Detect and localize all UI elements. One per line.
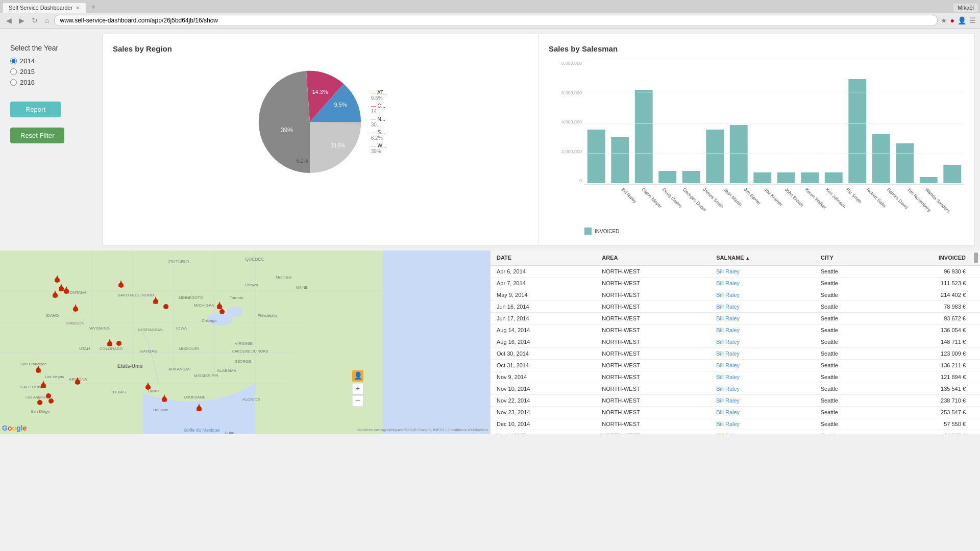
x-label-sandra-davis: Sandra Davis — [886, 187, 910, 210]
cell-salname[interactable]: Bill Raley — [710, 301, 814, 313]
col-salname[interactable]: SALNAME — [710, 251, 814, 265]
col-city[interactable]: CITY — [815, 251, 883, 265]
home-button[interactable]: ⌂ — [43, 15, 51, 26]
table-row: Nov 9, 2014 NORTH-WEST Bill Raley Seattl… — [491, 371, 980, 383]
year-2015-radio[interactable] — [10, 68, 17, 75]
pie-segment-west2[interactable] — [259, 71, 310, 173]
cell-salname[interactable]: Bill Raley — [710, 360, 814, 371]
cell-area: NORTH-WEST — [596, 289, 710, 301]
cell-invoiced: 94 030 € — [882, 430, 972, 435]
bar-karen-walker[interactable] — [801, 172, 819, 183]
year-2015-option[interactable]: 2015 — [10, 68, 92, 76]
year-2016-option[interactable]: 2016 — [10, 79, 92, 86]
bar-bill-raley[interactable] — [587, 130, 605, 183]
cell-salname[interactable]: Bill Raley — [710, 418, 814, 430]
cell-salname[interactable]: Bill Raley — [710, 289, 814, 301]
col-date[interactable]: DATE — [491, 251, 596, 265]
cell-salname[interactable]: Bill Raley — [710, 336, 814, 348]
tab-close-button[interactable]: ✕ — [76, 5, 80, 11]
bar-robert-salta[interactable] — [872, 134, 890, 183]
table-row: May 9, 2014 NORTH-WEST Bill Raley Seattl… — [491, 289, 980, 301]
cell-scroll-space — [972, 289, 980, 301]
bar-joe-kramer[interactable] — [753, 172, 771, 183]
map-pin-17[interactable] — [48, 398, 54, 404]
bar-y-axis: 0 2,000,000 4,000,000 6,000,000 8,000,00… — [554, 61, 584, 183]
col-area[interactable]: AREA — [596, 251, 710, 265]
forward-button[interactable]: ▶ — [17, 15, 27, 26]
bar-jean-martin[interactable] — [706, 130, 724, 183]
cell-salname[interactable]: Bill Raley — [710, 348, 814, 360]
y-label-4m: 4,000,000 — [554, 119, 582, 124]
cell-salname[interactable]: Bill Raley — [710, 313, 814, 324]
bar-tim-rosenberg[interactable] — [920, 177, 938, 183]
cell-area: NORTH-WEST — [596, 324, 710, 336]
bar-doug-castro[interactable] — [635, 90, 653, 183]
bar-james-smith[interactable] — [682, 171, 700, 183]
pie-legend-at: — AT... 9.5% — [371, 90, 387, 101]
map-pin-11[interactable] — [116, 341, 121, 346]
cell-salname[interactable]: Bill Raley — [710, 278, 814, 289]
cell-salname[interactable]: Bill Raley — [710, 383, 814, 395]
svg-text:Toronto: Toronto — [230, 295, 243, 300]
address-bar[interactable] — [54, 15, 937, 26]
back-button[interactable]: ◀ — [4, 15, 14, 26]
cell-salname[interactable]: Bill Raley — [710, 430, 814, 435]
svg-text:Philadelphia: Philadelphia — [258, 314, 277, 318]
tab-title: Self Service Dashboarder — [9, 5, 72, 11]
cell-date: Apr 7, 2014 — [491, 278, 596, 289]
bar-wanda-sanders[interactable] — [943, 165, 961, 183]
map-pin-16[interactable] — [37, 400, 42, 405]
menu-icon[interactable]: ☰ — [969, 16, 976, 24]
cell-salname[interactable]: Bill Raley — [710, 265, 814, 278]
svg-text:KANSAS: KANSAS — [140, 349, 157, 354]
reset-filter-button[interactable]: Reset Filter — [10, 128, 64, 143]
year-2014-radio[interactable] — [10, 58, 17, 64]
map-pin-15[interactable] — [46, 393, 51, 398]
pie-legend-n: — N... 30... — [371, 116, 387, 128]
top-section: Select the Year 2014 2015 2016 Report Re… — [0, 29, 980, 251]
bar-chart-title: Sales by Salesman — [549, 44, 964, 53]
bar-x-labels-svg: Bill Raley Diane Meyer Doug Castro Georg… — [584, 185, 964, 226]
cell-scroll-space — [972, 348, 980, 360]
bar-kim-johnson[interactable] — [825, 172, 843, 183]
cell-salname[interactable]: Bill Raley — [710, 395, 814, 407]
svg-text:Etats-Unis: Etats-Unis — [117, 363, 143, 369]
pie-chart-svg: 9.5% 14.3% 39% 30.6% 6.2% — [254, 66, 366, 178]
bookmark-icon[interactable]: ★ — [941, 16, 947, 24]
year-2016-radio[interactable] — [10, 79, 17, 86]
pie-label-north: 30.6% — [331, 143, 345, 148]
profile-icon[interactable]: 👤 — [958, 16, 966, 24]
cell-invoiced: 78 983 € — [882, 301, 972, 313]
year-2014-option[interactable]: 2014 — [10, 57, 92, 65]
bar-john-brown[interactable] — [777, 172, 795, 183]
cell-area: NORTH-WEST — [596, 278, 710, 289]
browser-chrome: Self Service Dashboarder ✕ + Mikaël ◀ ▶ … — [0, 0, 980, 29]
browser-tab[interactable]: Self Service Dashboarder ✕ — [2, 2, 86, 13]
cell-salname[interactable]: Bill Raley — [710, 324, 814, 336]
bar-georges-dunel[interactable] — [658, 171, 676, 183]
pie-legend-c: — C... 14... — [371, 103, 387, 114]
bar-sandra-davis[interactable] — [896, 143, 914, 183]
data-table: DATE AREA SALNAME CITY INVOICED Apr 6, 2… — [491, 251, 980, 434]
bar-ric-smith[interactable] — [848, 79, 866, 183]
cell-date: Nov 9, 2014 — [491, 371, 596, 383]
cell-salname[interactable]: Bill Raley — [710, 407, 814, 418]
cell-scroll-space — [972, 371, 980, 383]
col-invoiced[interactable]: INVOICED — [882, 251, 972, 265]
cell-salname[interactable]: Bill Raley — [710, 371, 814, 383]
cell-date: Aug 14, 2014 — [491, 324, 596, 336]
svg-text:San Francisco: San Francisco — [20, 362, 47, 366]
x-label-bill-raley: Bill Raley — [621, 187, 638, 204]
cell-area: NORTH-WEST — [596, 265, 710, 278]
report-button[interactable]: Report — [10, 102, 61, 117]
reload-button[interactable]: ↻ — [30, 15, 40, 26]
map-pin-8[interactable] — [163, 304, 168, 309]
map-pin-12[interactable] — [219, 309, 225, 314]
bar-diane-meyer[interactable] — [611, 137, 629, 183]
cell-invoiced: 148 711 € — [882, 336, 972, 348]
svg-text:TEXAS: TEXAS — [112, 390, 126, 394]
sidebar: Select the Year 2014 2015 2016 Report Re… — [0, 29, 102, 251]
new-tab-button[interactable]: + — [86, 2, 100, 13]
invoiced-legend-label: INVOICED — [595, 229, 619, 234]
browser-icon: ● — [950, 16, 954, 24]
